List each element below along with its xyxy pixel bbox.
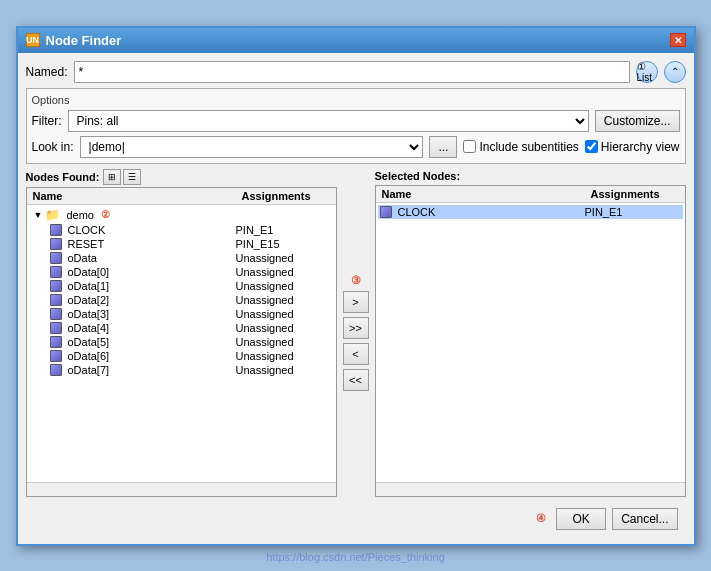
customize-button[interactable]: Customize... [595, 110, 680, 132]
dialog-title: Node Finder [46, 33, 122, 48]
selected-assignments-col: Assignments [585, 186, 685, 202]
tree-item-assignment: Unassigned [232, 294, 332, 306]
selected-nodes-label: Selected Nodes: [375, 170, 461, 182]
selected-item-label: CLOCK [398, 206, 436, 218]
tree-item-name: oData [31, 252, 232, 264]
tree-item-name: ▼ 📁demo② [31, 208, 232, 222]
pin-icon [50, 364, 62, 376]
tree-item-assignment: Unassigned [232, 322, 332, 334]
ok-button[interactable]: OK [556, 508, 606, 530]
tree-row[interactable]: RESETPIN_E15 [29, 237, 334, 251]
title-bar: UN Node Finder ✕ [18, 28, 694, 53]
hierarchy-view-checkbox[interactable] [585, 140, 598, 153]
tree-item-label: RESET [68, 238, 105, 250]
tree-item-name: oData[6] [31, 350, 232, 362]
tree-item-name: oData[2] [31, 294, 232, 306]
node-finder-dialog: UN Node Finder ✕ Named: ① List ⌃ Options… [16, 26, 696, 546]
selected-item-name: CLOCK [380, 206, 581, 218]
tree-item-label: CLOCK [68, 224, 106, 236]
pin-icon [50, 280, 62, 292]
pin-icon [50, 308, 62, 320]
tree-item-assignment: Unassigned [232, 266, 332, 278]
tree-item-name: CLOCK [31, 224, 232, 236]
cancel-button[interactable]: Cancel... [612, 508, 677, 530]
nodes-col-headers: Name Assignments [27, 188, 336, 205]
pin-icon [50, 266, 62, 278]
include-subentities-checkbox[interactable] [463, 140, 476, 153]
tree-item-assignment: Unassigned [232, 252, 332, 264]
panel-toolbar: ⊞ ☰ [103, 169, 141, 185]
tree-row[interactable]: oData[0]Unassigned [29, 265, 334, 279]
tree-item-label: oData[1] [68, 280, 110, 292]
tree-row[interactable]: oData[5]Unassigned [29, 335, 334, 349]
add-one-button[interactable]: > [343, 291, 369, 313]
hierarchy-view-label[interactable]: Hierarchy view [585, 140, 680, 154]
remove-all-button[interactable]: << [343, 369, 369, 391]
tree-row[interactable]: oData[3]Unassigned [29, 307, 334, 321]
tree-row[interactable]: oDataUnassigned [29, 251, 334, 265]
add-all-button[interactable]: >> [343, 317, 369, 339]
filter-select[interactable]: Pins: all [68, 110, 589, 132]
pin-icon [50, 224, 62, 236]
lookin-select[interactable]: |demo| [80, 136, 424, 158]
nodes-found-label: Nodes Found: [26, 171, 100, 183]
pin-icon [50, 336, 62, 348]
tree-item-name: oData[1] [31, 280, 232, 292]
tree-item-label: demo [66, 209, 94, 221]
tree-item-label: oData[4] [68, 322, 110, 334]
tree-item-name: oData[3] [31, 308, 232, 320]
title-bar-left: UN Node Finder [26, 33, 122, 48]
close-button[interactable]: ✕ [670, 33, 686, 47]
selected-name-col: Name [376, 186, 585, 202]
options-title: Options [32, 94, 680, 106]
tree-item-assignment: PIN_E15 [232, 238, 332, 250]
tree-item-assignment: Unassigned [232, 280, 332, 292]
tree-row[interactable]: oData[1]Unassigned [29, 279, 334, 293]
pin-icon [50, 238, 62, 250]
grid-view-btn[interactable]: ⊞ [103, 169, 121, 185]
tree-item-assignment: Unassigned [232, 308, 332, 320]
nodes-found-panel: Name Assignments ▼ 📁demo②CLOCKPIN_E1RESE… [26, 187, 337, 497]
tree-item-name: oData[5] [31, 336, 232, 348]
include-subentities-label[interactable]: Include subentities [463, 140, 578, 154]
tree-item-name: RESET [31, 238, 232, 250]
tree-item-label: oData[6] [68, 350, 110, 362]
tree-item-label: oData[2] [68, 294, 110, 306]
tree-row[interactable]: oData[2]Unassigned [29, 293, 334, 307]
remove-one-button[interactable]: < [343, 343, 369, 365]
selected-nodes-header-row: Selected Nodes: [375, 169, 686, 183]
selected-tree-row[interactable]: CLOCKPIN_E1 [378, 205, 683, 219]
tree-row[interactable]: oData[4]Unassigned [29, 321, 334, 335]
named-input[interactable] [74, 61, 630, 83]
nodes-tree-area[interactable]: ▼ 📁demo②CLOCKPIN_E1RESETPIN_E15oDataUnas… [27, 205, 336, 482]
selected-nodes-panel: Name Assignments CLOCKPIN_E1 [375, 185, 686, 497]
collapse-button[interactable]: ⌃ [664, 61, 686, 83]
selected-pin-icon [380, 206, 392, 218]
dialog-body: Named: ① List ⌃ Options Filter: Pins: al… [18, 53, 694, 544]
list-button[interactable]: ① List [636, 61, 658, 83]
list-view-btn[interactable]: ☰ [123, 169, 141, 185]
tree-item-assignment: Unassigned [232, 364, 332, 376]
assignments-col-header: Assignments [236, 188, 336, 204]
tree-item-label: oData[5] [68, 336, 110, 348]
selected-scrollbar[interactable] [376, 482, 685, 496]
watermark: https://blog.csdn.net/Pieces_thinking [266, 551, 445, 563]
middle-buttons: ③ > >> < << [337, 169, 375, 497]
nodes-scrollbar[interactable] [27, 482, 336, 496]
filter-label: Filter: [32, 114, 62, 128]
right-section: Selected Nodes: Name Assignments CLOCKPI… [375, 169, 686, 497]
lookin-row: Look in: |demo| ... Include subentities … [32, 136, 680, 158]
tree-row[interactable]: ▼ 📁demo② [29, 207, 334, 223]
selected-tree-area[interactable]: CLOCKPIN_E1 [376, 203, 685, 482]
tree-row[interactable]: oData[7]Unassigned [29, 363, 334, 377]
footer: ④ OK Cancel... [26, 502, 686, 536]
tree-row[interactable]: CLOCKPIN_E1 [29, 223, 334, 237]
pin-icon [50, 294, 62, 306]
pin-icon [50, 322, 62, 334]
name-col-header: Name [27, 188, 236, 204]
left-section: Nodes Found: ⊞ ☰ Name Assignments ▼ 📁dem… [26, 169, 337, 497]
tree-row[interactable]: oData[6]Unassigned [29, 349, 334, 363]
app-icon: UN [26, 33, 40, 47]
pin-icon [50, 252, 62, 264]
browse-button[interactable]: ... [429, 136, 457, 158]
